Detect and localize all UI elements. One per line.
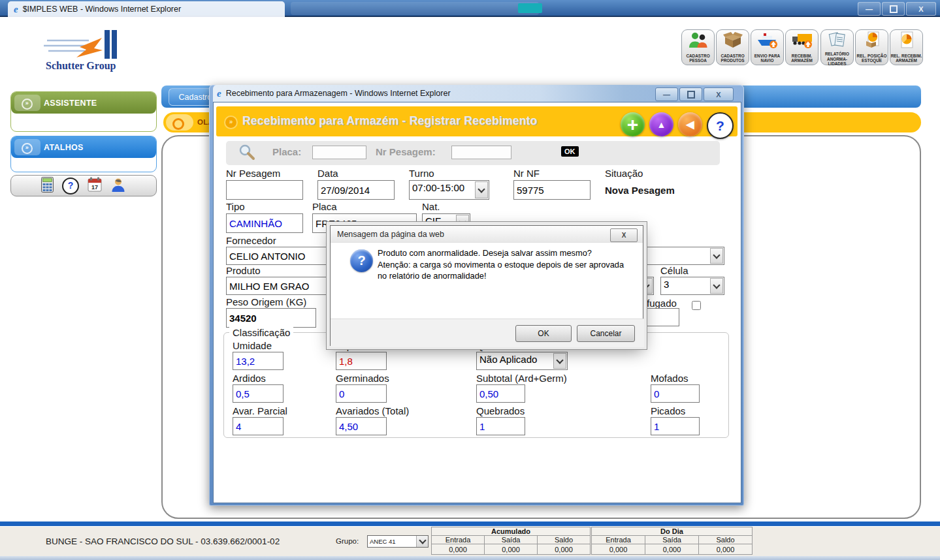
toolbar-label: RECEBIM. ARMAZÉM [791, 54, 813, 63]
grupo-select[interactable]: ANEC 41 [367, 535, 429, 548]
up-button[interactable]: ▲ [649, 112, 673, 136]
tipo-input[interactable] [226, 213, 303, 233]
ardidos-input[interactable] [233, 384, 284, 403]
refugado-checkbox[interactable] [692, 301, 701, 310]
nr-pesagem-input[interactable] [226, 180, 303, 200]
chevron-down-icon [553, 353, 566, 369]
svg-text:17: 17 [91, 184, 98, 191]
cadastro-pessoa-icon [687, 31, 709, 52]
refugado-aux-input[interactable] [641, 308, 679, 326]
mofados-input[interactable] [651, 384, 700, 403]
cell-value: 0,000 [645, 544, 699, 555]
germinados-input[interactable] [336, 384, 387, 403]
calculator-icon[interactable] [41, 177, 54, 195]
col-header: Saldo [538, 536, 591, 544]
maximize-button[interactable] [882, 2, 905, 16]
refugado-label: fugado [647, 298, 677, 309]
add-button[interactable]: + [621, 112, 645, 136]
help-button[interactable]: ? [707, 112, 734, 139]
peso-origem-label: Peso Origem (KG) [226, 296, 306, 307]
footer-divider [0, 521, 940, 526]
close-icon[interactable]: X [610, 228, 638, 242]
toolbar-button-envio-para-navio[interactable]: ENVIO PARA NAVIO [751, 29, 784, 65]
ship-icon [756, 31, 779, 52]
cell-value: 0,000 [432, 544, 485, 555]
do-dia-table: Do Dia Entrada Saída Saldo 0,000 0,000 0… [591, 527, 753, 555]
toolbar-button-cadastro-produtos[interactable]: CADASTRO PRODUTOS [716, 29, 749, 65]
minimize-button[interactable]: — [655, 87, 678, 101]
cell-value: 0,000 [699, 544, 753, 555]
picados-input[interactable] [651, 417, 700, 435]
minimize-button[interactable]: — [858, 2, 881, 16]
nr-pesagem-label: Nr Pesagem [226, 168, 280, 179]
close-button[interactable]: X [704, 87, 734, 101]
main-window-title: $IMPLES WEB - Windows Internet Explorer [23, 5, 181, 14]
umidade-input[interactable] [233, 352, 284, 370]
col-header: Saldo [699, 536, 753, 544]
question-icon: ? [350, 249, 373, 272]
sidebar-item-atalhos[interactable]: » ATALHOS [11, 136, 156, 158]
avar-parcial-input[interactable] [233, 417, 284, 435]
toolbar-label: RELATÓRIO ANORMA- LIDADES [825, 52, 849, 67]
table-title: Do Dia [592, 527, 753, 536]
turno-select[interactable]: 07:00-15:00 [409, 180, 489, 200]
pie-chart-sheet-icon [896, 31, 918, 52]
data-label: Data [317, 168, 338, 179]
ok-button[interactable]: OK [515, 325, 572, 342]
chevron-right-icon: » [22, 143, 33, 154]
col-header: Entrada [592, 536, 645, 544]
nr-nf-label: Nr NF [513, 168, 540, 179]
toolbar-button-recebim-armazem[interactable]: RECEBIM. ARMAZÉM [785, 29, 818, 65]
toolbar-label: REL. RECEBIM. ARMAZÉM [891, 54, 922, 63]
page-title: Recebimento para Armazém - Registrar Rec… [242, 114, 537, 128]
background-tab [291, 2, 539, 15]
acumulado-table: Acumulado Entrada Saída Saldo 0,000 0,00… [431, 527, 591, 555]
alert-dialog-title: Mensagem da página da web [337, 230, 444, 239]
subtotal-input[interactable] [476, 384, 525, 403]
search-icon [238, 144, 255, 163]
search-placa-input[interactable] [312, 146, 366, 159]
chevron-down-icon [710, 278, 723, 294]
col-header: Saída [485, 536, 538, 544]
main-window-titlebar[interactable]: e $IMPLES WEB - Windows Internet Explore… [0, 0, 940, 17]
avariados-input[interactable] [336, 417, 387, 435]
quebrados-input[interactable] [476, 417, 525, 435]
toolbar-button-cadastro-pessoa[interactable]: CADASTRO PESSOA [681, 29, 715, 65]
situacao-label: Situação [605, 168, 643, 179]
nat-label: Nat. [422, 201, 440, 212]
toolbar-label: CADASTRO PRODUTOS [721, 54, 744, 63]
cell-value: 0,000 [592, 544, 645, 555]
calendar-icon[interactable]: 17 [88, 177, 102, 195]
search-placa-label: Placa: [272, 146, 301, 157]
toolbar-button-relatorio-anormalidades[interactable]: RELATÓRIO ANORMA- LIDADES [820, 29, 854, 65]
close-button[interactable]: X [906, 2, 936, 16]
quick-test-select[interactable]: Não Aplicado [476, 352, 568, 370]
maximize-button[interactable] [679, 87, 702, 101]
fornecedor-label: Fornecedor [226, 235, 276, 246]
avar-parcial-label: Avar. Parcial [233, 405, 287, 416]
impureza-input[interactable] [336, 352, 387, 370]
nr-nf-input[interactable] [513, 180, 591, 200]
cancel-button[interactable]: Cancelar [577, 325, 635, 342]
search-ok-button[interactable]: OK [561, 146, 579, 157]
window-controls: — X [858, 2, 936, 16]
peso-origem-input[interactable] [226, 308, 316, 328]
grupo-label: Grupo: [336, 537, 359, 545]
search-pesagem-input[interactable] [451, 146, 511, 159]
help-icon[interactable]: ? [62, 178, 79, 194]
placa-label: Placa [312, 201, 337, 212]
popup-titlebar[interactable]: e Recebimento para Armazenagem - Windows… [213, 85, 740, 102]
celula-select[interactable]: 3 [660, 277, 724, 295]
alert-dialog-titlebar[interactable]: Mensagem da página da web [331, 226, 643, 243]
popup-window-controls: — X [655, 87, 734, 101]
pie-chart-box-icon [861, 31, 883, 52]
data-input[interactable] [317, 180, 395, 200]
subtotal-label: Subtotal (Ard+Germ) [476, 373, 567, 384]
person-icon[interactable] [110, 177, 126, 195]
toolbar-button-rel-posicao-estoque[interactable]: REL. POSIÇÃO ESTOQUE [855, 29, 888, 65]
mofados-label: Mofados [651, 373, 689, 384]
turno-label: Turno [409, 168, 434, 179]
sidebar-item-assistente[interactable]: » ASSISTENTE [11, 92, 156, 114]
toolbar-button-rel-recebim-armazem[interactable]: REL. RECEBIM. ARMAZÉM [890, 29, 923, 65]
back-button[interactable]: ◀ [678, 112, 702, 136]
